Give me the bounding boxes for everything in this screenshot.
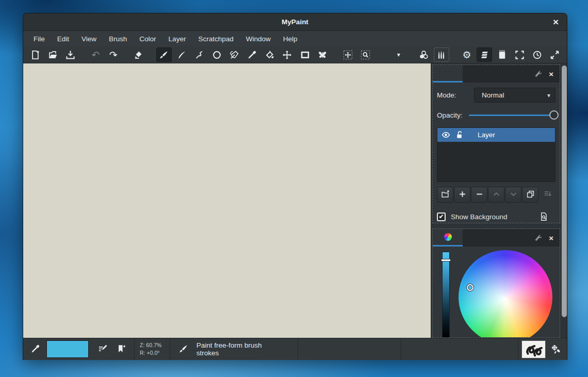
eraser-button[interactable] (131, 47, 146, 62)
connected-lines-button[interactable] (191, 47, 207, 62)
duplicate-layer-button[interactable] (522, 187, 538, 203)
pan-view-button[interactable] (340, 47, 355, 62)
zoom-view-button[interactable] (357, 47, 373, 62)
brush-options-target-icon[interactable] (551, 344, 561, 354)
stroke-line-button[interactable] (174, 47, 189, 62)
ellipse-icon (211, 50, 222, 60)
move-layer-icon (282, 50, 292, 60)
open-file-button[interactable] (45, 47, 60, 62)
active-tool-brush-icon (178, 344, 188, 354)
menu-brush[interactable]: Brush (103, 31, 133, 46)
duplicate-icon (526, 190, 535, 200)
color-picker-button[interactable] (244, 47, 260, 62)
brush-groups-icon (436, 50, 447, 60)
edit-frame-button[interactable] (297, 47, 313, 62)
bookmark-brush-icon[interactable] (116, 344, 126, 354)
mode-select[interactable]: Normal ▾ (474, 88, 556, 103)
menu-file[interactable]: File (27, 31, 51, 46)
freehand-brush-icon (159, 50, 169, 60)
new-file-button[interactable] (27, 47, 43, 62)
inking-pen-button[interactable] (226, 47, 242, 62)
menu-layer[interactable]: Layer (162, 31, 192, 46)
layer-row[interactable]: Layer (437, 128, 555, 142)
layers-tab[interactable] (433, 65, 463, 83)
tool-options-dropdown-button[interactable]: ▾ (391, 47, 406, 62)
menu-scratchpad[interactable]: Scratchpad (192, 31, 239, 46)
menu-edit[interactable]: Edit (51, 31, 75, 46)
statusbar-divider (298, 338, 298, 360)
painting-canvas[interactable] (23, 63, 431, 338)
redo-button[interactable]: ↷ (106, 47, 121, 62)
layer-visible-eye-icon[interactable] (442, 130, 451, 140)
show-background-label: Show Background (451, 213, 508, 221)
layers-panel-close-icon[interactable]: × (547, 65, 560, 83)
save-file-button[interactable] (62, 47, 78, 62)
add-layer-group-button[interactable] (437, 187, 453, 203)
layer-name: Layer (478, 131, 495, 139)
color-wheel-tab-icon (444, 233, 452, 241)
title-bar[interactable]: MyPaint × (23, 13, 567, 31)
edit-brush-settings-icon[interactable] (98, 344, 108, 354)
layers-panel: × Mode: Normal ▾ Opacity: (432, 64, 560, 223)
opacity-slider[interactable] (469, 110, 556, 120)
close-window-button[interactable]: × (553, 13, 559, 31)
ellipse-button[interactable] (209, 47, 224, 62)
color-adjusters-button[interactable] (416, 47, 432, 62)
background-preview-icon[interactable] (539, 212, 548, 221)
save-file-icon (65, 50, 75, 60)
merge-layer-down-button[interactable] (539, 187, 556, 203)
zoom-view-icon (361, 50, 371, 60)
mypaint-window: MyPaint × File Edit View Brush Color Lay… (23, 13, 567, 360)
scratchpad-window-button[interactable] (494, 47, 510, 62)
remove-layer-button[interactable] (471, 187, 487, 203)
main-toolbar: ↶↷▾⚙ (23, 46, 567, 63)
layer-unlocked-icon[interactable] (455, 130, 464, 140)
scratchpad-window-icon (497, 50, 507, 60)
brush-settings-button[interactable]: ⚙ (459, 47, 475, 62)
brush-preview-thumbnail[interactable] (521, 340, 546, 358)
merge-down-icon (543, 190, 552, 200)
value-slider[interactable] (442, 252, 450, 338)
color-wheel-tab[interactable] (433, 229, 463, 247)
lower-layer-button[interactable] (505, 187, 521, 203)
freehand-brush-button[interactable] (156, 47, 172, 62)
panel-config-wrench-icon[interactable] (529, 229, 547, 247)
chevron-up-icon (492, 190, 501, 200)
move-layer-button[interactable] (280, 47, 295, 62)
menu-view[interactable]: View (75, 31, 103, 46)
symmetry-button[interactable] (315, 47, 330, 62)
connected-lines-icon (194, 50, 204, 60)
panel-config-wrench-icon[interactable] (529, 65, 547, 83)
window-title: MyPaint (282, 18, 308, 26)
mode-value: Normal (482, 91, 504, 99)
tabbar-spacer (463, 65, 529, 83)
statusbar-divider (170, 338, 170, 360)
fullscreen-button[interactable] (512, 47, 528, 62)
flood-fill-button[interactable] (262, 47, 277, 62)
raise-layer-button[interactable] (488, 187, 504, 203)
menu-window[interactable]: Window (240, 31, 277, 46)
undo-button[interactable]: ↶ (88, 47, 103, 62)
statusbar-divider (518, 338, 518, 360)
color-panel-close-icon[interactable]: × (547, 229, 560, 247)
menu-help[interactable]: Help (277, 31, 304, 46)
chevron-down-icon (509, 190, 518, 200)
add-layer-button[interactable] (454, 187, 470, 203)
edit-history-button[interactable] (530, 47, 545, 62)
statusbar-divider (134, 338, 135, 360)
expand-toolbar-button[interactable] (547, 47, 563, 62)
show-background-checkbox[interactable]: ✔ (437, 212, 446, 221)
layers-window-button[interactable] (477, 47, 492, 62)
current-color-swatch[interactable] (46, 340, 89, 358)
dock-scrollbar[interactable] (562, 65, 567, 317)
color-picker-icon[interactable] (30, 344, 40, 354)
mode-dropdown-arrow-icon: ▾ (547, 92, 550, 99)
layers-panel-body: Mode: Normal ▾ Opacity: (433, 83, 560, 223)
redo-icon: ↷ (108, 50, 119, 60)
undo-icon: ↶ (90, 50, 101, 60)
opacity-slider-knob[interactable] (549, 110, 559, 120)
brush-groups-button[interactable] (434, 47, 449, 62)
menu-color[interactable]: Color (133, 31, 162, 46)
hsv-color-wheel[interactable] (459, 250, 552, 338)
statusbar-divider (401, 338, 401, 360)
